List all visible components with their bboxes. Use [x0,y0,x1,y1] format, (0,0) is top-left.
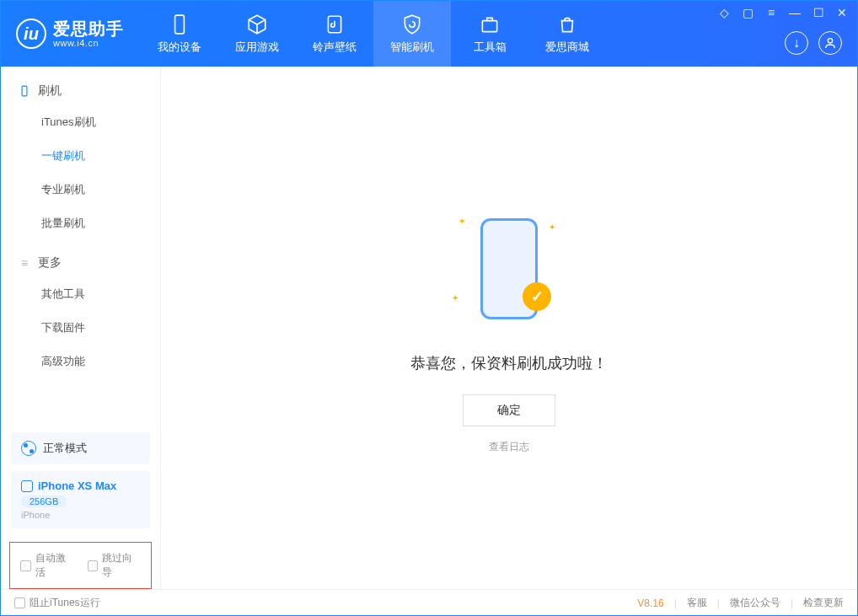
feedback-icon[interactable]: ▢ [741,6,754,19]
check-badge-icon: ✓ [523,282,551,311]
phone-small-icon [18,84,31,98]
briefcase-icon [479,13,501,35]
close-icon[interactable]: ✕ [835,6,849,19]
sidebar-group-flash: 刷机 [1,77,160,105]
wechat-link[interactable]: 微信公众号 [730,596,780,610]
group-label: 刷机 [38,83,62,99]
checkbox-icon [14,597,25,608]
tab-label: 智能刷机 [390,40,434,55]
support-link[interactable]: 客服 [687,596,707,610]
ok-button[interactable]: 确定 [463,394,555,426]
storage-badge: 256GB [21,495,67,507]
normal-mode-icon [21,441,36,456]
version-label: V8.16 [637,597,663,609]
svg-rect-2 [482,20,496,31]
tab-toolbox[interactable]: 工具箱 [451,1,528,67]
sidebar-item-advanced[interactable]: 高级功能 [1,345,160,378]
tab-smart-flash[interactable]: 智能刷机 [373,1,451,67]
mode-label: 正常模式 [43,441,87,456]
checkbox-label: 跳过向导 [102,551,141,580]
success-message: 恭喜您，保资料刷机成功啦！ [410,353,608,373]
bag-icon [556,13,578,35]
device-name: iPhone XS Max [38,479,116,492]
checkbox-icon [20,560,31,571]
shield-refresh-icon [401,13,423,35]
sidebar-item-pro-flash[interactable]: 专业刷机 [1,173,160,206]
minimize-icon[interactable]: — [788,6,802,19]
checkbox-label: 自动激活 [35,551,74,580]
cube-icon [246,13,268,35]
sparkle-icon: ✦ [458,217,465,226]
main-tabs: 我的设备 应用游戏 铃声壁纸 智能刷机 工具箱 爱思商城 [141,1,606,67]
checkbox-icon [88,560,99,571]
menu-icon[interactable]: ≡ [764,6,778,19]
svg-rect-0 [175,15,185,34]
tab-ringtone-wallpaper[interactable]: 铃声壁纸 [296,1,373,67]
list-icon: ≡ [18,256,31,270]
sidebar-item-download-firmware[interactable]: 下载固件 [1,311,160,345]
success-illustration: ✦ ✦ ✦ ✓ [442,201,576,336]
sparkle-icon: ✦ [549,222,555,232]
sidebar: 刷机 iTunes刷机 一键刷机 专业刷机 批量刷机 ≡ 更多 其他工具 下载固… [1,67,161,589]
device-icon [21,480,33,492]
tab-label: 爱思商城 [545,40,589,55]
tab-label: 应用游戏 [235,40,279,55]
download-icon[interactable]: ↓ [785,31,808,55]
group-label: 更多 [38,255,62,271]
app-title: 爱思助手 [53,19,124,38]
app-logo: iu 爱思助手 www.i4.cn [1,19,141,49]
tab-store[interactable]: 爱思商城 [528,1,606,67]
maximize-icon[interactable]: ☐ [812,6,825,19]
device-info-card[interactable]: iPhone XS Max 256GB iPhone [11,471,150,528]
sidebar-item-other-tools[interactable]: 其他工具 [1,277,160,311]
sidebar-item-oneclick-flash[interactable]: 一键刷机 [1,139,160,173]
tab-my-device[interactable]: 我的设备 [141,1,218,67]
header-right-icons: ↓ [785,31,842,55]
checkbox-auto-activate[interactable]: 自动激活 [20,551,74,580]
check-update-link[interactable]: 检查更新 [803,596,844,610]
sidebar-group-more: ≡ 更多 [1,249,160,277]
tab-label: 铃声壁纸 [313,40,357,55]
sparkle-icon: ✦ [452,293,458,303]
phone-icon [169,13,190,35]
device-mode-card[interactable]: 正常模式 [11,432,150,464]
status-bar: 阻止iTunes运行 V8.16 | 客服 | 微信公众号 | 检查更新 [1,589,857,616]
logo-icon: iu [16,19,46,49]
checkbox-skip-wizard[interactable]: 跳过向导 [88,551,142,580]
skin-icon[interactable]: ◇ [717,6,731,19]
tab-apps-games[interactable]: 应用游戏 [218,1,296,67]
sidebar-item-batch-flash[interactable]: 批量刷机 [1,206,160,240]
window-controls: ◇ ▢ ≡ — ☐ ✕ [717,6,849,19]
tab-label: 工具箱 [474,40,507,55]
flash-options-row: 自动激活 跳过向导 [9,542,152,589]
view-log-link[interactable]: 查看日志 [489,440,529,454]
svg-rect-4 [22,86,27,96]
app-subtitle: www.i4.cn [53,38,124,48]
user-icon[interactable] [818,31,842,55]
device-type: iPhone [21,510,140,520]
main-content: ✦ ✦ ✦ ✓ 恭喜您，保资料刷机成功啦！ 确定 查看日志 [161,67,857,589]
checkbox-block-itunes[interactable]: 阻止iTunes运行 [14,596,100,610]
music-file-icon [324,13,346,35]
svg-point-3 [828,39,832,43]
app-header: iu 爱思助手 www.i4.cn 我的设备 应用游戏 铃声壁纸 智能刷机 工具… [1,1,857,67]
tab-label: 我的设备 [158,40,201,55]
sidebar-item-itunes-flash[interactable]: iTunes刷机 [1,105,160,139]
checkbox-label: 阻止iTunes运行 [29,596,100,610]
